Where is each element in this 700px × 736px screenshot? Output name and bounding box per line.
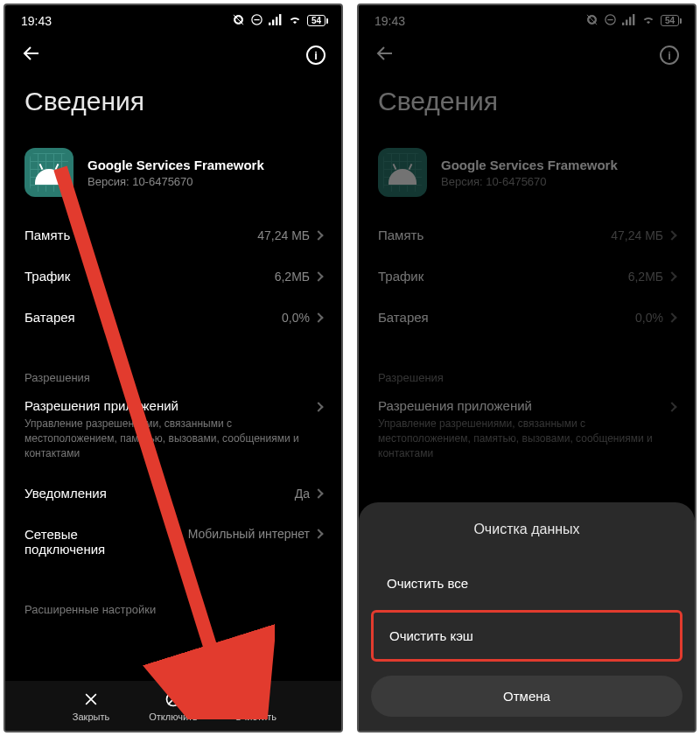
phone-right: 19:43 54 i Сведения (357, 4, 696, 732)
clear-all-option[interactable]: Очистить все (371, 560, 682, 606)
status-bar: 19:43 54 (359, 5, 695, 32)
svg-rect-4 (276, 17, 277, 25)
battery-icon: 54 (661, 15, 679, 26)
notifications-row[interactable]: Уведомления Да (5, 473, 341, 514)
chevron-right-icon (667, 230, 676, 240)
info-icon[interactable]: i (660, 46, 679, 65)
bottom-action-bar: Закрыть Отключить Очистить (5, 681, 341, 731)
battery-row[interactable]: Батарея 0,0% (359, 297, 695, 338)
chevron-right-icon (313, 230, 323, 240)
close-icon (81, 690, 101, 709)
permissions-section-header: Разрешения (359, 364, 695, 389)
permissions-section-header: Разрешения (5, 364, 341, 389)
app-permissions-row[interactable]: Разрешения приложений Управление разреше… (5, 389, 341, 473)
clear-data-dialog: Очистка данных Очистить все Очистить кэш… (359, 502, 695, 731)
page-title: Сведения (5, 74, 341, 141)
alarm-off-icon (232, 13, 245, 29)
svg-rect-5 (279, 14, 281, 25)
dnd-icon (250, 13, 263, 29)
app-permissions-row[interactable]: Разрешения приложений Управление разреше… (359, 389, 695, 473)
chevron-right-icon (313, 271, 323, 281)
svg-rect-12 (622, 22, 624, 25)
nav-bar: i (5, 32, 341, 74)
signal-icon (269, 14, 283, 28)
back-icon[interactable] (374, 43, 396, 67)
traffic-row[interactable]: Трафик 6,2МБ (5, 256, 341, 297)
phone-left: 19:43 54 i Сведения (4, 4, 343, 732)
status-right: 54 (232, 12, 326, 29)
app-icon (24, 148, 74, 197)
cancel-button[interactable]: Отмена (371, 676, 682, 717)
app-name: Google Services Framework (88, 158, 264, 172)
back-icon[interactable] (21, 43, 42, 67)
clear-cache-option[interactable]: Очистить кэш (371, 610, 682, 662)
wifi-icon (288, 12, 302, 29)
chevron-right-icon (313, 402, 323, 411)
memory-row[interactable]: Память 47,24 МБ (5, 214, 341, 256)
status-time: 19:43 (374, 14, 405, 28)
advanced-section-header: Расширенные настройки (5, 596, 341, 621)
wifi-icon (641, 12, 655, 29)
clear-action[interactable]: Очистить (223, 690, 288, 722)
status-bar: 19:43 54 (5, 5, 341, 32)
app-name: Google Services Framework (441, 158, 618, 172)
battery-row[interactable]: Батарея 0,0% (5, 297, 341, 338)
status-right: 54 (585, 12, 679, 29)
svg-rect-3 (272, 19, 274, 25)
svg-rect-13 (626, 19, 627, 25)
app-row: Google Services Framework Версия: 10-647… (5, 141, 341, 214)
svg-rect-14 (629, 17, 631, 25)
clear-icon (246, 690, 265, 709)
network-row[interactable]: Сетевые подключения Мобильный интернет (5, 514, 341, 570)
disable-icon (164, 690, 183, 709)
traffic-row[interactable]: Трафик 6,2МБ (359, 256, 695, 297)
dnd-icon (604, 13, 617, 29)
battery-icon: 54 (307, 15, 326, 26)
chevron-right-icon (667, 312, 676, 322)
alarm-off-icon (585, 13, 598, 29)
nav-bar: i (359, 32, 695, 74)
page-title: Сведения (359, 74, 695, 141)
svg-rect-15 (633, 14, 634, 25)
chevron-right-icon (667, 402, 676, 411)
info-icon[interactable]: i (306, 46, 326, 65)
disable-action[interactable]: Отключить (141, 690, 206, 722)
svg-line-7 (168, 694, 178, 704)
close-action[interactable]: Закрыть (59, 690, 123, 722)
memory-row[interactable]: Память 47,24 МБ (359, 214, 695, 256)
status-time: 19:43 (21, 14, 52, 28)
dialog-title: Очистка данных (371, 522, 682, 537)
svg-rect-2 (269, 22, 270, 25)
chevron-right-icon (667, 271, 676, 281)
signal-icon (622, 14, 636, 28)
app-version: Версия: 10-6475670 (441, 175, 618, 188)
app-icon (378, 148, 427, 197)
app-row: Google Services Framework Версия: 10-647… (359, 141, 695, 214)
chevron-right-icon (313, 529, 323, 539)
chevron-right-icon (313, 312, 323, 322)
chevron-right-icon (313, 488, 323, 498)
app-version: Версия: 10-6475670 (88, 175, 264, 188)
